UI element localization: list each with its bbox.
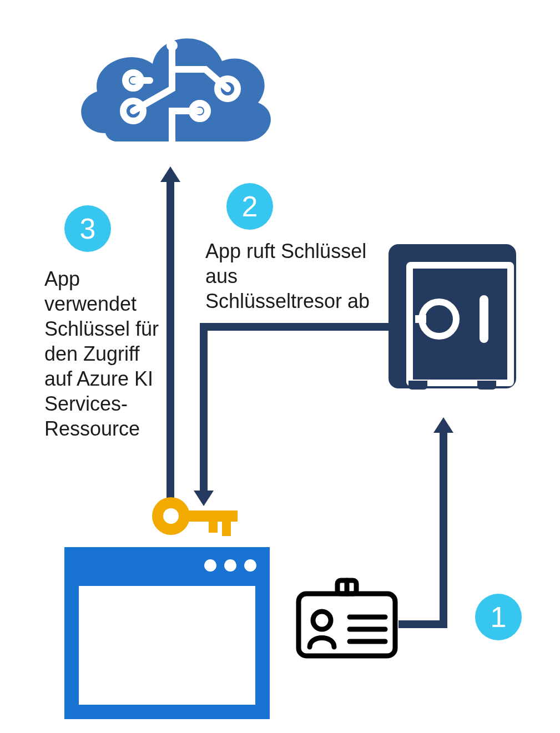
ai-cloud-brain-icon [67, 17, 278, 172]
identity-card-icon [294, 577, 400, 660]
step-3-badge: 3 [64, 205, 111, 252]
app-window-icon [64, 547, 270, 719]
step-2-number: 2 [242, 190, 258, 223]
step-1-number: 1 [491, 600, 507, 634]
step-3-number: 3 [80, 212, 96, 245]
svg-rect-8 [209, 519, 218, 533]
svg-rect-9 [222, 519, 231, 536]
step-2-badge: 2 [226, 183, 273, 230]
svg-point-6 [163, 508, 179, 524]
svg-point-13 [313, 611, 331, 629]
key-icon [149, 488, 243, 544]
key-vault-safe-icon [389, 244, 516, 388]
step-1-badge: 1 [475, 594, 522, 640]
diagram-stage: 3 2 App verwendet Schlüssel für den Zugr… [0, 0, 560, 733]
step-3-text: App verwendet Schlüssel für den Zugriff … [44, 266, 161, 441]
step-2-text: App ruft Schlüssel aus Schlüsseltresor a… [205, 239, 372, 314]
app-window-dots [204, 559, 256, 572]
svg-point-4 [167, 40, 178, 51]
